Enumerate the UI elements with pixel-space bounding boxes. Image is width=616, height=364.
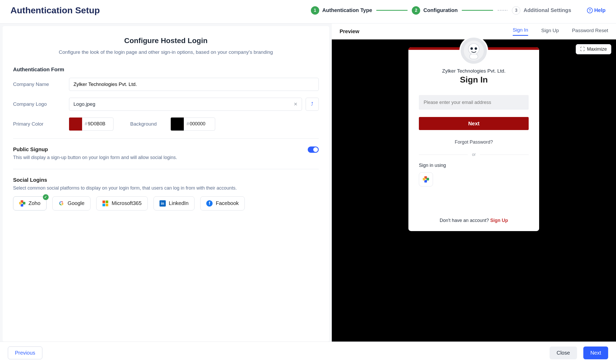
linkedin-icon: in bbox=[159, 200, 166, 207]
social-tile-label: Google bbox=[68, 200, 85, 206]
background-color-label: Background bbox=[130, 121, 157, 127]
preview-email-input[interactable] bbox=[419, 95, 529, 110]
company-logo-label: Company Logo bbox=[13, 101, 63, 107]
clear-logo-icon[interactable]: ✕ bbox=[294, 101, 298, 107]
robot-avatar-icon bbox=[463, 40, 484, 61]
social-logins-desc: Select common social platforms to displa… bbox=[13, 185, 319, 192]
help-link[interactable]: ? Help bbox=[587, 7, 606, 13]
auth-form-heading: Authentication Form bbox=[13, 67, 319, 73]
background-color-swatch[interactable] bbox=[171, 118, 184, 131]
public-signup-toggle[interactable] bbox=[308, 146, 319, 153]
company-logo-row: Company Logo Logo.jpeg ✕ ⤴ bbox=[13, 98, 319, 111]
page-title: Authentication Setup bbox=[10, 5, 100, 15]
social-tile-label: Zoho bbox=[28, 200, 41, 206]
public-signup-desc: This will display a sign-up button on yo… bbox=[13, 154, 177, 161]
maximize-label: Maximize bbox=[587, 46, 607, 52]
help-label: Help bbox=[594, 7, 606, 13]
zoho-icon bbox=[423, 176, 429, 183]
step-label: Authentication Type bbox=[322, 7, 372, 13]
step-connector bbox=[376, 10, 408, 11]
google-icon: G bbox=[58, 200, 65, 207]
step-number: 2 bbox=[412, 6, 420, 15]
background-color-picker[interactable]: #000000 bbox=[171, 118, 215, 131]
svg-point-1 bbox=[469, 44, 480, 55]
header-bar: Authentication Setup 1 Authentication Ty… bbox=[0, 0, 616, 24]
next-button[interactable]: Next bbox=[583, 347, 608, 359]
upload-logo-button[interactable]: ⤴ bbox=[306, 98, 319, 111]
avatar bbox=[459, 36, 488, 65]
microsoft-icon bbox=[102, 200, 109, 207]
logo-filename-display: Logo.jpeg ✕ bbox=[69, 98, 302, 111]
preview-no-account-text: Don't have an account? bbox=[440, 218, 490, 223]
social-tile-google[interactable]: G Google bbox=[52, 196, 91, 210]
step-additional-settings[interactable]: 3 Additional Settings bbox=[512, 6, 571, 15]
primary-color-input[interactable]: #9D0B0B bbox=[82, 118, 113, 131]
step-label: Configuration bbox=[423, 7, 458, 13]
step-connector bbox=[462, 10, 493, 11]
background-color-input[interactable]: #000000 bbox=[184, 118, 215, 131]
tab-password-reset[interactable]: Password Reset bbox=[572, 28, 608, 36]
step-number: 1 bbox=[311, 6, 319, 15]
social-tile-facebook[interactable]: f Facebook bbox=[200, 196, 245, 210]
step-number: 3 bbox=[512, 6, 520, 15]
maximize-button[interactable]: ⛶ Maximize bbox=[576, 44, 611, 54]
preview-provider-zoho[interactable] bbox=[419, 172, 433, 186]
divider bbox=[13, 169, 319, 169]
step-connector-dashed bbox=[497, 10, 508, 11]
preview-providers bbox=[419, 172, 529, 186]
step-label: Additional Settings bbox=[523, 7, 571, 13]
svg-point-3 bbox=[475, 47, 477, 50]
selected-check-icon: ✓ bbox=[43, 194, 49, 200]
preview-panel: Preview Sign In Sign Up Password Reset ⛶… bbox=[332, 24, 616, 342]
social-tile-microsoft[interactable]: Microsoft365 bbox=[96, 196, 148, 210]
main-split: Configure Hosted Login Configure the loo… bbox=[0, 24, 616, 342]
company-name-label: Company Name bbox=[13, 81, 63, 87]
preview-heading: Preview bbox=[340, 28, 360, 34]
social-tile-label: Facebook bbox=[216, 200, 239, 206]
preview-company-name: Zylker Technologies Pvt. Ltd. bbox=[419, 68, 529, 74]
tab-signin[interactable]: Sign In bbox=[513, 27, 528, 36]
company-name-row: Company Name bbox=[13, 78, 319, 91]
help-icon: ? bbox=[587, 8, 593, 13]
social-logins-grid: ✓ Zoho G Google Microsoft365 in LinkedIn… bbox=[13, 196, 319, 210]
primary-color-picker[interactable]: #9D0B0B bbox=[69, 118, 113, 131]
preview-stage: ⛶ Maximize Zylker Technologies Pvt. Ltd. bbox=[332, 39, 616, 342]
previous-button[interactable]: Previous bbox=[8, 347, 42, 359]
facebook-icon: f bbox=[206, 200, 213, 207]
wizard-stepper: 1 Authentication Type 2 Configuration 3 … bbox=[311, 6, 571, 15]
section-title: Configure Hosted Login bbox=[13, 37, 319, 45]
preview-signin-heading: Sign In bbox=[419, 75, 529, 85]
section-subtitle: Configure the look of the login page and… bbox=[24, 49, 308, 56]
zoho-icon bbox=[19, 200, 25, 207]
preview-signup-link[interactable]: Sign Up bbox=[490, 218, 508, 223]
colors-row: Primary Color #9D0B0B Background #000000 bbox=[13, 118, 319, 131]
preview-or-divider: or bbox=[419, 152, 529, 157]
close-button[interactable]: Close bbox=[550, 347, 577, 359]
public-signup-row: Public Signup This will display a sign-u… bbox=[13, 146, 319, 161]
svg-point-2 bbox=[471, 47, 473, 50]
upload-icon: ⤴ bbox=[311, 101, 313, 107]
step-configuration[interactable]: 2 Configuration bbox=[412, 6, 458, 15]
tab-signup[interactable]: Sign Up bbox=[541, 28, 559, 36]
logo-filename: Logo.jpeg bbox=[73, 101, 95, 107]
company-name-input[interactable] bbox=[69, 78, 319, 91]
login-preview-card: Zylker Technologies Pvt. Ltd. Sign In Ne… bbox=[408, 47, 539, 231]
step-auth-type[interactable]: 1 Authentication Type bbox=[311, 6, 372, 15]
preview-forgot-link[interactable]: Forgot Password? bbox=[419, 139, 529, 145]
social-tile-label: Microsoft365 bbox=[112, 200, 142, 206]
preview-signin-using-label: Sign in using bbox=[419, 163, 529, 168]
maximize-icon: ⛶ bbox=[580, 46, 585, 52]
primary-color-swatch[interactable] bbox=[69, 118, 82, 131]
svg-rect-4 bbox=[470, 54, 478, 59]
footer-bar: Previous Close Next bbox=[0, 342, 616, 364]
primary-color-label: Primary Color bbox=[13, 121, 63, 127]
config-panel: Configure Hosted Login Configure the loo… bbox=[3, 26, 329, 342]
public-signup-title: Public Signup bbox=[13, 146, 177, 152]
social-tile-linkedin[interactable]: in LinkedIn bbox=[153, 196, 195, 210]
social-tile-label: LinkedIn bbox=[169, 200, 189, 206]
divider bbox=[13, 138, 319, 139]
social-logins-title: Social Logins bbox=[13, 177, 319, 183]
preview-signup-line: Don't have an account? Sign Up bbox=[419, 218, 529, 223]
preview-next-button[interactable]: Next bbox=[419, 117, 529, 130]
social-tile-zoho[interactable]: ✓ Zoho bbox=[13, 196, 47, 210]
